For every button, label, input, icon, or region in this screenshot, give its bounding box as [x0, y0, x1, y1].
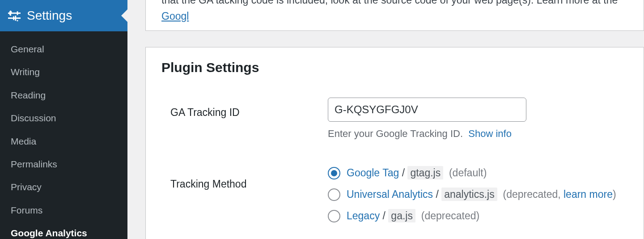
option-note: (deprecated, learn more) — [503, 188, 616, 200]
radio-icon — [328, 188, 340, 201]
option-name: Universal Analytics — [347, 188, 433, 200]
option-code: gtag.js — [407, 166, 443, 179]
card-title: Plugin Settings — [161, 60, 628, 75]
main-content: that the GA tacking code is included, lo… — [127, 0, 644, 239]
row-tracking-method: Tracking Method Google Tag / gtag.js (de… — [161, 165, 628, 223]
sidebar-item-google-analytics[interactable]: Google Analytics — [0, 222, 127, 239]
intro-text: that the GA tacking code is included, lo… — [161, 0, 618, 6]
option-name: Legacy — [347, 210, 380, 222]
plugin-settings-card: Plugin Settings GA Tracking ID Enter you… — [145, 47, 644, 239]
tracking-method-option-legacy[interactable]: Legacy / ga.js (deprecated) — [328, 209, 628, 223]
tracking-method-option-universal[interactable]: Universal Analytics / analytics.js (depr… — [328, 188, 628, 201]
radio-icon — [328, 167, 340, 179]
current-menu-arrow — [121, 9, 128, 22]
option-name: Google Tag — [347, 167, 399, 179]
sidebar-item-general[interactable]: General — [0, 38, 127, 60]
tracking-id-input[interactable] — [328, 98, 526, 122]
option-note: (deprecated) — [421, 210, 479, 222]
sidebar-item-permalinks[interactable]: Permalinks — [0, 153, 127, 175]
intro-box: that the GA tacking code is included, lo… — [145, 0, 644, 31]
sidebar-menu-label: Settings — [27, 9, 72, 23]
tracking-id-help: Enter your Google Tracking ID. — [328, 128, 463, 139]
sliders-icon — [8, 9, 21, 22]
sidebar-item-reading[interactable]: Reading — [0, 84, 127, 107]
sidebar-item-forums[interactable]: Forums — [0, 199, 127, 222]
admin-sidebar: Settings General Writing Reading Discuss… — [0, 0, 127, 239]
sidebar-item-writing[interactable]: Writing — [0, 60, 127, 83]
sidebar-item-privacy[interactable]: Privacy — [0, 175, 127, 198]
radio-icon — [328, 210, 340, 222]
sidebar-submenu: General Writing Reading Discussion Media… — [0, 31, 127, 239]
sidebar-item-media[interactable]: Media — [0, 130, 127, 153]
row-tracking-id: GA Tracking ID Enter your Google Trackin… — [161, 97, 628, 140]
intro-learn-more-link[interactable]: Googl — [161, 10, 189, 22]
option-code: ga.js — [388, 209, 415, 222]
tracking-method-label: Tracking Method — [161, 165, 328, 223]
sidebar-menu-settings[interactable]: Settings — [0, 0, 127, 31]
tracking-method-option-gtag[interactable]: Google Tag / gtag.js (default) — [328, 166, 628, 180]
option-note: (default) — [449, 167, 487, 179]
tracking-id-label: GA Tracking ID — [161, 97, 328, 140]
tracking-method-radiogroup: Google Tag / gtag.js (default) Universal… — [328, 166, 628, 223]
show-info-link[interactable]: Show info — [468, 128, 512, 139]
option-code: analytics.js — [441, 188, 497, 201]
learn-more-link[interactable]: learn more — [564, 188, 613, 200]
sidebar-item-discussion[interactable]: Discussion — [0, 107, 127, 129]
